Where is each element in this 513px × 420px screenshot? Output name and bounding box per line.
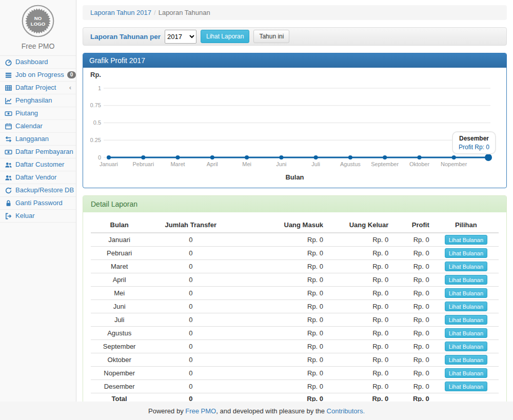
- table-row-juli: Juli0Rp. 0Rp. 0Rp. 0Lihat Bulanan: [91, 313, 499, 327]
- chart-point-juni[interactable]: [279, 155, 283, 159]
- x-tick-label: September: [371, 161, 399, 167]
- chart-point-agustus[interactable]: [348, 155, 352, 159]
- sidebar-item-calendar[interactable]: Calendar: [0, 120, 76, 133]
- sidebar-item-label: Daftar Vendor: [15, 173, 56, 182]
- breadcrumb: Laporan Tahun 2017/Laporan Tahunan: [83, 5, 507, 20]
- table-row-desember: Desember0Rp. 0Rp. 0Rp. 0Lihat Bulanan: [91, 380, 499, 393]
- users-icon: [5, 174, 12, 182]
- y-tick-label: 0.5: [93, 119, 101, 126]
- chart-panel: Grafik Profit 2017 Rp. 10.750.50.250Janu…: [83, 53, 507, 188]
- lihat-bulanan-button-mei[interactable]: Lihat Bulanan: [445, 288, 487, 298]
- breadcrumb-link-laporan-tahun[interactable]: Laporan Tahun 2017: [90, 9, 151, 16]
- col-header-pilihan: Pilihan: [433, 217, 499, 233]
- detail-table-wrap: Bulan Jumlah Transfer Uang Masuk Uang Ke…: [83, 212, 506, 412]
- lihat-laporan-button[interactable]: Lihat Laporan: [201, 30, 249, 43]
- chart-point-september[interactable]: [383, 155, 387, 159]
- page: NOLOGO Free PMO DashboardJob on Progress…: [0, 0, 513, 420]
- profit-line-chart: 10.750.50.250JanuariPebruariMaretAprilMe…: [90, 81, 500, 170]
- year-select[interactable]: 2017: [165, 30, 196, 44]
- sidebar-item-langganan[interactable]: Langganan: [0, 133, 76, 146]
- cell-transfer: 0: [148, 247, 233, 260]
- sidebar-item-piutang[interactable]: Piutang: [0, 107, 76, 120]
- lihat-bulanan-button-agustus[interactable]: Lihat Bulanan: [445, 328, 487, 338]
- svg-text:LOGO: LOGO: [31, 21, 46, 27]
- chart-point-juli[interactable]: [314, 155, 318, 159]
- cell-transfer: 0: [148, 380, 233, 393]
- cell-pilihan: Lihat Bulanan: [433, 340, 499, 353]
- lihat-bulanan-button-pebruari[interactable]: Lihat Bulanan: [445, 248, 487, 258]
- x-tick-label: Oktober: [409, 161, 429, 167]
- cell-masuk: Rp. 0: [233, 327, 327, 340]
- lihat-bulanan-button-nopember[interactable]: Lihat Bulanan: [445, 368, 487, 378]
- footer-link-free-pmo[interactable]: Free PMO: [185, 407, 216, 415]
- chart-point-oktober[interactable]: [418, 155, 422, 159]
- cell-profit: Rp. 0: [392, 287, 433, 300]
- lock-icon: [5, 199, 12, 207]
- sidebar-item-ganti-password[interactable]: Ganti Password: [0, 197, 76, 210]
- exchange-icon: [5, 135, 12, 143]
- cell-transfer: 0: [148, 340, 233, 353]
- cell-masuk: Rp. 0: [233, 340, 327, 353]
- cell-profit: Rp. 0: [392, 327, 433, 340]
- lihat-bulanan-button-april[interactable]: Lihat Bulanan: [445, 275, 487, 285]
- col-header-keluar: Uang Keluar: [327, 217, 392, 233]
- cell-masuk: Rp. 0: [233, 247, 327, 260]
- chart-point-maret[interactable]: [176, 155, 180, 159]
- logo-box: NOLOGO Free PMO: [0, 0, 76, 56]
- footer-link-contributors[interactable]: Contributors.: [327, 407, 365, 415]
- y-tick-label: 1: [98, 85, 101, 91]
- table-row-maret: Maret0Rp. 0Rp. 0Rp. 0Lihat Bulanan: [91, 260, 499, 273]
- tooltip-month: Desember: [459, 135, 489, 142]
- lihat-bulanan-button-maret[interactable]: Lihat Bulanan: [445, 262, 487, 271]
- sidebar-item-daftar-customer[interactable]: Daftar Customer: [0, 158, 76, 171]
- chart-point-april[interactable]: [210, 155, 214, 159]
- table-header-row: Bulan Jumlah Transfer Uang Masuk Uang Ke…: [91, 217, 499, 233]
- sidebar-item-dashboard[interactable]: Dashboard: [0, 56, 76, 69]
- tooltip-value: Profit Rp: 0: [459, 144, 489, 151]
- sidebar-item-daftar-project[interactable]: Daftar Project‹: [0, 82, 76, 94]
- sidebar-item-label: Backup/Restore DB: [15, 186, 74, 194]
- cell-pilihan: Lihat Bulanan: [433, 313, 499, 327]
- sidebar-item-backup-restore-db[interactable]: Backup/Restore DB: [0, 184, 76, 197]
- sidebar-item-daftar-pembayaran[interactable]: Daftar Pembayaran: [0, 146, 76, 158]
- cell-masuk: Rp. 0: [233, 300, 327, 313]
- lihat-bulanan-button-september[interactable]: Lihat Bulanan: [445, 342, 487, 351]
- cell-profit: Rp. 0: [392, 247, 433, 260]
- lihat-bulanan-button-desember[interactable]: Lihat Bulanan: [445, 382, 487, 391]
- cell-pilihan: Lihat Bulanan: [433, 287, 499, 300]
- sidebar-item-daftar-vendor[interactable]: Daftar Vendor: [0, 171, 76, 184]
- sidebar-item-keluar[interactable]: Keluar: [0, 210, 76, 223]
- cell-profit: Rp. 0: [392, 313, 433, 327]
- sidebar-item-penghasilan[interactable]: Penghasilan: [0, 94, 76, 107]
- table-row-april: April0Rp. 0Rp. 0Rp. 0Lihat Bulanan: [91, 273, 499, 287]
- refresh-icon: [5, 187, 12, 194]
- x-tick-label: Maret: [170, 161, 185, 167]
- sidebar-item-label: Dashboard: [15, 58, 48, 66]
- chart-point-mei[interactable]: [245, 155, 249, 159]
- cell-pilihan: Lihat Bulanan: [433, 247, 499, 260]
- sidebar-item-label: Calendar: [15, 122, 43, 130]
- lihat-bulanan-button-januari[interactable]: Lihat Bulanan: [445, 235, 487, 245]
- lihat-bulanan-button-juni[interactable]: Lihat Bulanan: [445, 302, 487, 311]
- chart-point-desember[interactable]: [485, 154, 492, 161]
- col-header-profit: Profit: [392, 217, 433, 233]
- cell-keluar: Rp. 0: [327, 247, 392, 260]
- sidebar-item-label: Piutang: [15, 109, 38, 117]
- sidebar-item-label: Daftar Pembayaran: [15, 148, 73, 156]
- breadcrumb-separator: /: [151, 9, 159, 16]
- cell-profit: Rp. 0: [392, 260, 433, 273]
- chart-point-nopember[interactable]: [452, 155, 456, 159]
- cell-bulan: September: [91, 340, 148, 353]
- lihat-bulanan-button-oktober[interactable]: Lihat Bulanan: [445, 355, 487, 365]
- chart-point-pebruari[interactable]: [141, 155, 145, 159]
- cell-keluar: Rp. 0: [327, 313, 392, 327]
- tahun-ini-button[interactable]: Tahun ini: [253, 30, 289, 43]
- sidebar-item-job-on-progress[interactable]: Job on Progress0: [0, 69, 76, 82]
- cell-pilihan: Lihat Bulanan: [433, 367, 499, 380]
- breadcrumb-current: Laporan Tahunan: [159, 9, 210, 16]
- table-row-juni: Juni0Rp. 0Rp. 0Rp. 0Lihat Bulanan: [91, 300, 499, 313]
- chart-point-januari[interactable]: [107, 155, 111, 159]
- cell-profit: Rp. 0: [392, 367, 433, 380]
- cell-masuk: Rp. 0: [233, 273, 327, 287]
- lihat-bulanan-button-juli[interactable]: Lihat Bulanan: [445, 315, 487, 325]
